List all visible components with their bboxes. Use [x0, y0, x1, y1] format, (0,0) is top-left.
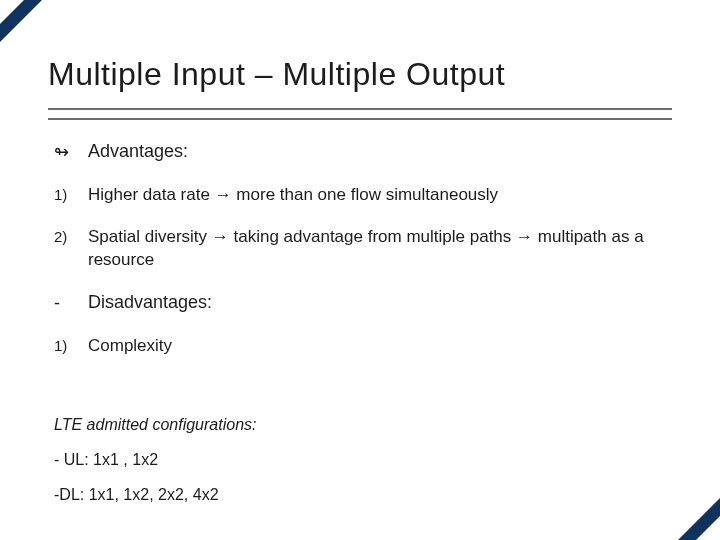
content-area: ↬ Advantages: 1) Higher data rate → more…	[54, 140, 672, 377]
slide: Multiple Input – Multiple Output ↬ Advan…	[0, 0, 720, 540]
footer-config-dl: -DL: 1x1, 1x2, 2x2, 4x2	[54, 485, 672, 506]
bullet-disadvantages: - Disadvantages:	[54, 291, 672, 315]
slide-title: Multiple Input – Multiple Output	[48, 56, 672, 93]
corner-accent-bottom-right-inner	[696, 516, 720, 540]
footer-config-ul: - UL: 1x1 , 1x2	[54, 450, 672, 471]
bullet-text: Higher data rate → more than one flow si…	[88, 184, 672, 206]
title-rule-bottom	[48, 118, 672, 120]
bullet-item-1: 1) Higher data rate → more than one flow…	[54, 184, 672, 206]
bullet-text: Disadvantages:	[88, 291, 672, 315]
title-rule-gap	[48, 110, 672, 118]
bullet-marker: ↬	[54, 140, 88, 164]
bullet-marker: 2)	[54, 226, 88, 270]
bullet-marker: -	[54, 291, 88, 315]
bullet-text: Advantages:	[88, 140, 672, 164]
bullet-advantages: ↬ Advantages:	[54, 140, 672, 164]
corner-accent-top-left-inner	[0, 0, 24, 24]
bullet-marker: 1)	[54, 335, 88, 357]
bullet-marker: 1)	[54, 184, 88, 206]
bullet-text: Spatial diversity → taking advantage fro…	[88, 226, 672, 270]
bullet-item-2: 2) Spatial diversity → taking advantage …	[54, 226, 672, 270]
bullet-item-3: 1) Complexity	[54, 335, 672, 357]
bullet-text: Complexity	[88, 335, 672, 357]
footer-config-heading: LTE admitted configurations:	[54, 415, 672, 436]
